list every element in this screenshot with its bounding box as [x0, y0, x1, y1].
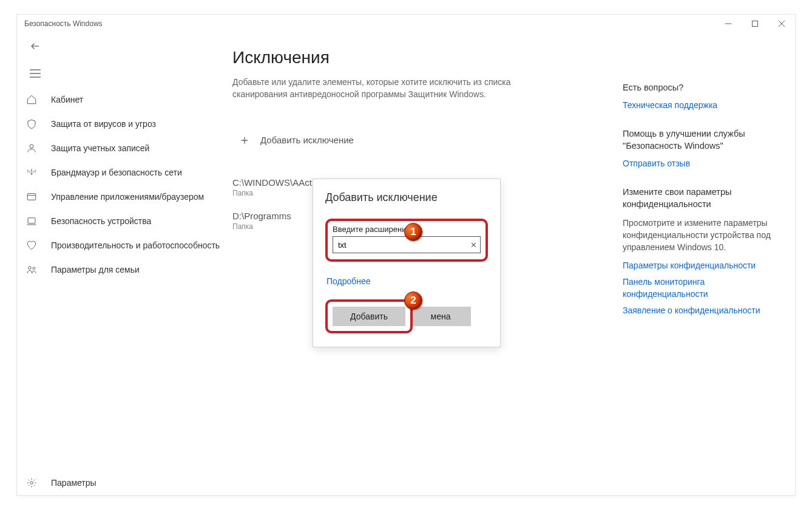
svg-rect-1	[753, 21, 758, 27]
tech-support-link[interactable]: Техническая поддержка	[623, 100, 780, 112]
svg-point-9	[31, 173, 32, 174]
hamburger-menu-button[interactable]	[23, 61, 47, 86]
privacy-dashboard-link[interactable]: Панель мониторинга конфиденциальности	[623, 276, 780, 300]
titlebar: Безопасность Windows	[17, 15, 795, 33]
add-exclusion-button[interactable]: ＋ Добавить исключение	[232, 125, 590, 155]
sidebar-item-devicesec[interactable]: Безопасность устройства	[17, 209, 223, 233]
page-title: Исключения	[232, 48, 590, 67]
questions-title: Есть вопросы?	[623, 81, 780, 94]
settings-label: Параметры	[51, 478, 96, 488]
sidebar-item-label: Управление приложениями/браузером	[51, 192, 204, 202]
home-icon	[24, 92, 39, 107]
sidebar-item-label: Параметры для семьи	[51, 265, 140, 274]
annotation-badge-2: 2	[404, 291, 422, 310]
sidebar-item-label: Брандмауэр и безопасность сети	[51, 168, 182, 177]
gear-icon	[24, 475, 39, 490]
right-panel: Есть вопросы? Техническая поддержка Помо…	[623, 81, 780, 333]
account-icon	[24, 141, 39, 155]
extension-input[interactable]	[333, 236, 481, 253]
windows-security-window: Безопасность Windows	[16, 14, 796, 496]
sidebar-item-label: Кабинет	[51, 95, 83, 104]
help-title: Помощь в улучшении службы "Безопасность …	[623, 128, 780, 152]
sidebar-item-account[interactable]: Защита учетных записей	[17, 136, 223, 160]
privacy-title: Измените свои параметры конфиденциальнос…	[623, 186, 780, 211]
window-title: Безопасность Windows	[24, 19, 103, 28]
close-button[interactable]	[768, 15, 795, 33]
dialog-add-button[interactable]: Добавить	[333, 307, 405, 326]
sidebar-item-virus[interactable]: Защита от вирусов и угроз	[17, 112, 223, 136]
heart-icon	[24, 238, 39, 253]
feedback-link[interactable]: Отправить отзыв	[623, 158, 780, 170]
clear-input-icon[interactable]: ✕	[470, 240, 477, 250]
sidebar-item-label: Защита учетных записей	[51, 143, 149, 153]
annotation-badge-1: 1	[404, 223, 422, 241]
add-exclusion-dialog: Добавить исключение Введите расширение ✕…	[313, 179, 501, 347]
app-browser-icon	[24, 189, 39, 204]
privacy-text: Просмотрите и измените параметры конфиде…	[623, 217, 780, 254]
sidebar-item-performance[interactable]: Производительность и работоспособность	[17, 233, 223, 257]
maximize-button[interactable]	[742, 15, 768, 33]
dialog-title: Добавить исключение	[325, 191, 488, 204]
svg-rect-12	[28, 218, 35, 223]
svg-point-16	[30, 482, 33, 485]
svg-point-15	[33, 267, 35, 270]
sidebar-item-appbrowser[interactable]: Управление приложениями/браузером	[17, 185, 223, 209]
svg-point-14	[29, 267, 32, 270]
add-exclusion-label: Добавить исключение	[260, 135, 354, 145]
svg-point-8	[30, 145, 33, 148]
device-security-icon	[24, 214, 39, 228]
privacy-statement-link[interactable]: Заявление о конфиденциальности	[623, 305, 780, 317]
sidebar-item-label: Защита от вирусов и угроз	[51, 119, 156, 129]
sidebar-item-home[interactable]: Кабинет	[17, 87, 223, 112]
sidebar-item-firewall[interactable]: Брандмауэр и безопасность сети	[17, 160, 223, 185]
back-button[interactable]	[23, 34, 47, 58]
privacy-settings-link[interactable]: Параметры конфиденциальности	[623, 260, 780, 272]
family-icon	[24, 262, 39, 277]
sidebar: Кабинет Защита от вирусов и угроз Защита…	[17, 87, 223, 471]
minimize-button[interactable]	[715, 15, 742, 33]
sidebar-item-label: Безопасность устройства	[51, 216, 151, 226]
sidebar-item-label: Производительность и работоспособность	[51, 240, 220, 250]
add-button-highlight: Добавить	[325, 299, 413, 333]
plus-icon: ＋	[232, 128, 257, 152]
network-icon	[24, 165, 39, 180]
svg-rect-10	[27, 194, 36, 200]
dialog-cancel-button[interactable]: мена	[410, 307, 471, 326]
shield-icon	[24, 117, 39, 131]
page-description: Добавьте или удалите элементы, которые х…	[232, 76, 536, 101]
sidebar-settings[interactable]: Параметры	[17, 471, 223, 495]
sidebar-item-family[interactable]: Параметры для семьи	[17, 257, 223, 282]
more-info-link[interactable]: Подробнее	[326, 276, 371, 286]
